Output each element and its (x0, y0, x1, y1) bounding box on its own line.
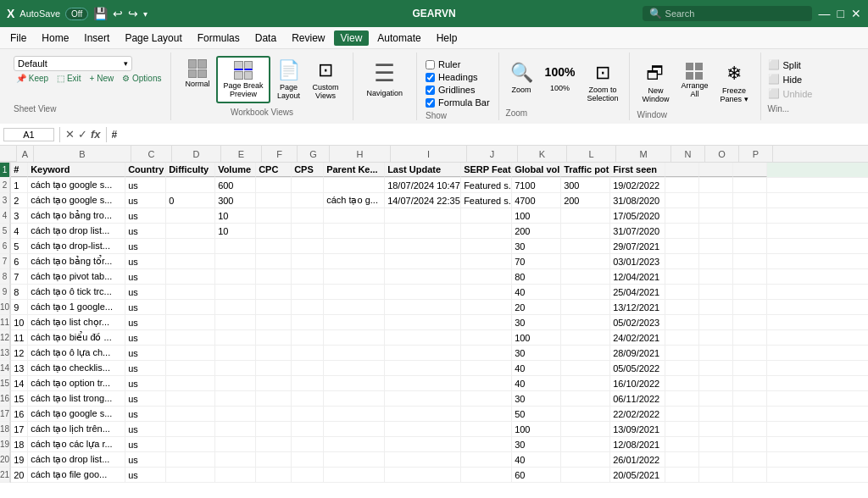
cell-reference[interactable] (3, 128, 54, 141)
cell-H21[interactable] (324, 468, 385, 482)
cell-L20[interactable] (561, 452, 610, 467)
cell-I5[interactable] (385, 224, 461, 238)
cell-J5[interactable] (461, 224, 512, 238)
options-btn[interactable]: ⚙ Options (120, 73, 164, 84)
cell-N5[interactable] (665, 224, 699, 238)
cell-L18[interactable] (561, 422, 610, 436)
cell-K3[interactable]: 4700 (512, 193, 561, 208)
cell-P2[interactable] (733, 178, 767, 192)
cell-B1[interactable]: Keyword (28, 163, 125, 177)
cell-O6[interactable] (699, 239, 733, 253)
new-window-btn[interactable]: 🗗 NewWindow (637, 59, 674, 107)
cell-I9[interactable] (385, 285, 461, 299)
cell-H13[interactable] (324, 346, 385, 360)
search-box[interactable]: 🔍 (643, 6, 812, 21)
autosave-toggle[interactable]: Off (65, 8, 88, 20)
cell-M13[interactable]: 28/09/2021 (610, 346, 665, 360)
hide-btn[interactable]: ⬜ Hide (768, 74, 813, 85)
cell-C21[interactable]: us (125, 468, 166, 482)
cell-O17[interactable] (699, 407, 733, 421)
cell-K14[interactable]: 40 (512, 361, 561, 375)
cell-C20[interactable]: us (125, 452, 166, 467)
cell-E15[interactable] (215, 376, 256, 390)
freeze-panes-btn[interactable]: ❄ FreezePanes ▾ (715, 59, 753, 107)
cell-O18[interactable] (699, 422, 733, 436)
cell-A17[interactable]: 16 (11, 407, 28, 421)
cell-M20[interactable]: 26/01/2022 (610, 452, 665, 467)
cell-C8[interactable]: us (125, 269, 166, 284)
row-num-12[interactable]: 12 (0, 330, 10, 346)
cell-M5[interactable]: 31/07/2020 (610, 224, 665, 238)
cell-M8[interactable]: 12/04/2021 (610, 269, 665, 284)
cell-I15[interactable] (385, 376, 461, 390)
cell-O3[interactable] (699, 193, 733, 208)
col-header-e[interactable]: E (221, 146, 262, 162)
cell-B2[interactable]: cách tạo google s... (28, 178, 125, 192)
cell-E5[interactable]: 10 (215, 224, 256, 238)
row-num-9[interactable]: 9 (0, 285, 10, 300)
cell-O19[interactable] (699, 437, 733, 451)
cell-L15[interactable] (561, 376, 610, 390)
menu-data[interactable]: Data (248, 30, 283, 46)
cell-B14[interactable]: cách tạo checklis... (28, 361, 125, 375)
cell-G4[interactable] (292, 208, 324, 223)
cell-P11[interactable] (733, 315, 767, 329)
cell-N12[interactable] (665, 330, 699, 345)
cell-K15[interactable]: 40 (512, 376, 561, 390)
formula-bar-checkbox[interactable] (426, 98, 435, 108)
cell-K11[interactable]: 30 (512, 315, 561, 329)
row-num-2[interactable]: 2 (0, 178, 10, 193)
cell-I2[interactable]: 18/07/2024 10:47 (385, 178, 461, 192)
cell-E2[interactable]: 600 (215, 178, 256, 192)
cell-D1[interactable]: Difficulty (166, 163, 215, 177)
cell-I7[interactable] (385, 254, 461, 268)
zoom-to-selection-btn[interactable]: ⊡ Zoom toSelection (582, 59, 622, 105)
cell-N9[interactable] (665, 285, 699, 299)
row-num-11[interactable]: 11 (0, 315, 10, 330)
row-num-15[interactable]: 15 (0, 376, 10, 391)
cell-G3[interactable] (292, 193, 324, 208)
cell-O9[interactable] (699, 285, 733, 299)
cell-H18[interactable] (324, 422, 385, 436)
cell-M4[interactable]: 17/05/2020 (610, 208, 665, 223)
cell-P17[interactable] (733, 407, 767, 421)
col-header-o[interactable]: O (705, 146, 739, 162)
cell-A1[interactable]: # (11, 163, 28, 177)
undo-icon[interactable]: ↩ (113, 7, 123, 20)
formula-input[interactable] (112, 129, 865, 141)
cell-G20[interactable] (292, 452, 324, 467)
save-icon[interactable]: 💾 (93, 7, 108, 20)
cell-B11[interactable]: cách tạo list chọr... (28, 315, 125, 329)
row-num-10[interactable]: 10 (0, 300, 10, 315)
cell-F18[interactable] (256, 422, 292, 436)
cell-B17[interactable]: cách tạo google s... (28, 407, 125, 421)
menu-help[interactable]: Help (430, 30, 465, 46)
cell-K8[interactable]: 80 (512, 269, 561, 284)
cell-A18[interactable]: 17 (11, 422, 28, 436)
cell-K9[interactable]: 40 (512, 285, 561, 299)
cell-L4[interactable] (561, 208, 610, 223)
cell-I6[interactable] (385, 239, 461, 253)
row-num-14[interactable]: 14 (0, 361, 10, 376)
cell-E10[interactable] (215, 300, 256, 314)
cell-E4[interactable]: 10 (215, 208, 256, 223)
cell-J1[interactable]: SERP Feat... (461, 163, 512, 177)
cell-N7[interactable] (665, 254, 699, 268)
menu-automate[interactable]: Automate (370, 30, 427, 46)
cell-M6[interactable]: 29/07/2021 (610, 239, 665, 253)
cell-N21[interactable] (665, 468, 699, 482)
cell-B18[interactable]: cách tạo lịch trên... (28, 422, 125, 436)
cell-C16[interactable]: us (125, 391, 166, 406)
cell-L6[interactable] (561, 239, 610, 253)
cell-D17[interactable] (166, 407, 215, 421)
cell-D13[interactable] (166, 346, 215, 360)
menu-file[interactable]: File (3, 30, 33, 46)
menu-insert[interactable]: Insert (77, 30, 116, 46)
cell-B4[interactable]: cách tạo bảng tro... (28, 208, 125, 223)
cell-A10[interactable]: 9 (11, 300, 28, 314)
cell-N17[interactable] (665, 407, 699, 421)
ruler-checkbox[interactable] (426, 60, 435, 69)
cell-F15[interactable] (256, 376, 292, 390)
cell-N15[interactable] (665, 376, 699, 390)
cell-D2[interactable] (166, 178, 215, 192)
